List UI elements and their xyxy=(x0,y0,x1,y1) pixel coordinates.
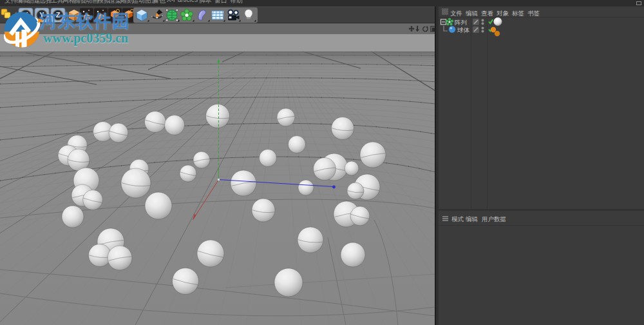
svg-text:球体: 球体 xyxy=(457,26,470,34)
svg-text:阵列: 阵列 xyxy=(455,19,467,26)
